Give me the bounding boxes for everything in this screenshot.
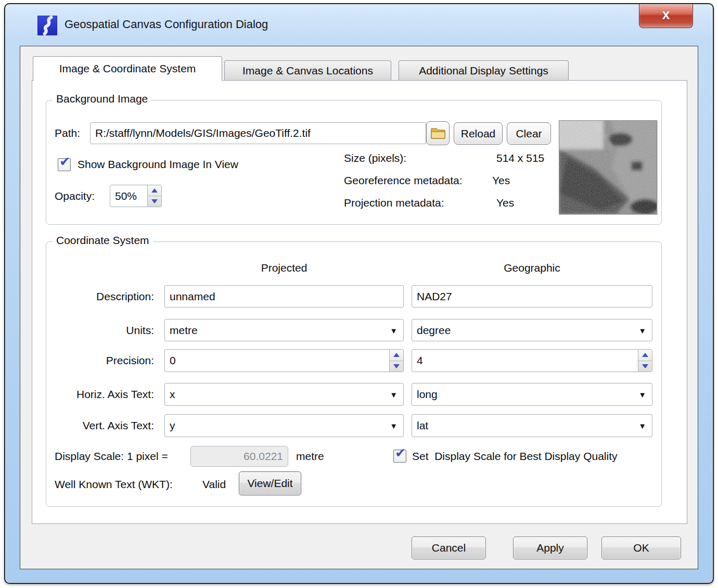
precision-geographic-value: 4 <box>417 354 423 367</box>
description-projected-input[interactable]: unnamed <box>164 285 404 308</box>
tab-image-coordinate-system[interactable]: Image & Coordinate System <box>33 56 222 81</box>
group-title: Coordinate System <box>53 234 153 247</box>
opacity-label: Opacity: <box>55 185 95 207</box>
display-scale-value: 60.0221 <box>243 450 283 463</box>
spin-down-button[interactable] <box>390 361 403 372</box>
tab-image-canvas-locations[interactable]: Image & Canvas Locations <box>224 60 391 80</box>
close-icon: x <box>662 8 670 22</box>
reload-button[interactable]: Reload <box>454 122 503 145</box>
ok-button[interactable]: OK <box>601 536 681 559</box>
path-input[interactable]: R:/staff/lynn/Models/GIS/Images/GeoTiff.… <box>90 122 426 144</box>
display-scale-label: Display Scale: 1 pixel = <box>55 445 168 467</box>
opacity-spin-buttons <box>147 185 161 207</box>
background-image-thumbnail <box>559 120 657 214</box>
units-projected-dropdown[interactable]: metre ▼ <box>164 319 404 341</box>
show-background-checkbox[interactable]: ✔ <box>58 158 71 171</box>
vert-axis-label: Vert. Axis Text: <box>46 414 154 437</box>
spinner-up-icon <box>642 353 648 357</box>
units-geographic-value: degree <box>417 324 451 337</box>
spinner-up-icon <box>151 188 158 193</box>
folder-icon <box>430 127 446 139</box>
precision-spin-buttons <box>389 350 403 372</box>
window-title: Geospatial Canvas Configuration Dialog <box>65 18 268 31</box>
tab-label: Image & Canvas Locations <box>242 65 373 77</box>
size-label: Size (pixels): <box>344 150 406 166</box>
wkt-label: Well Known Text (WKT): <box>55 472 173 496</box>
vert-axis-projected-dropdown[interactable]: y ▼ <box>164 414 404 437</box>
dropdown-arrow-icon: ▼ <box>638 326 646 335</box>
tab-label: Image & Coordinate System <box>59 62 196 75</box>
dialog-client-area: Image & Coordinate System Image & Canvas… <box>20 46 698 569</box>
horiz-axis-label: Horiz. Axis Text: <box>46 383 154 406</box>
spin-down-button[interactable] <box>638 361 652 372</box>
dropdown-arrow-icon: ▼ <box>638 390 646 399</box>
projected-column-header: Projected <box>164 262 404 274</box>
display-scale-unit: metre <box>296 445 324 467</box>
projection-label: Projection metadata: <box>344 195 444 211</box>
background-image-group: Background Image Path: R:/staff/lynn/Mod… <box>46 100 662 225</box>
dropdown-arrow-icon: ▼ <box>390 421 398 430</box>
tab-additional-display-settings[interactable]: Additional Display Settings <box>399 60 569 80</box>
horiz-axis-projected-dropdown[interactable]: x ▼ <box>164 383 404 406</box>
tab-page: Background Image Path: R:/staff/lynn/Mod… <box>32 80 687 524</box>
units-label: Units: <box>46 319 154 341</box>
precision-projected-spinner[interactable]: 0 <box>164 349 404 372</box>
georeference-label: Georeference metadata: <box>344 173 463 188</box>
spin-up-button[interactable] <box>148 185 161 196</box>
best-quality-label: Set Display Scale for Best Display Quali… <box>412 445 618 467</box>
screenshot-stage: Geospatial Canvas Configuration Dialog x… <box>0 0 718 588</box>
checkmark-icon: ✔ <box>59 155 70 168</box>
app-icon <box>37 16 57 35</box>
best-quality-checkbox[interactable]: ✔ <box>393 450 406 463</box>
spinner-down-icon <box>642 364 648 368</box>
opacity-value: 50% <box>115 190 137 202</box>
show-background-label: Show Background Image In View <box>78 157 238 172</box>
tab-label: Additional Display Settings <box>419 65 548 77</box>
clear-button[interactable]: Clear <box>507 122 551 145</box>
path-value: R:/staff/lynn/Models/GIS/Images/GeoTiff.… <box>95 127 311 139</box>
coordinate-system-group: Coordinate System Projected Geographic D… <box>46 241 662 507</box>
georeference-value: Yes <box>492 173 510 188</box>
spin-up-button[interactable] <box>390 350 403 361</box>
browse-button[interactable] <box>426 121 450 145</box>
horiz-axis-geographic-dropdown[interactable]: long ▼ <box>412 383 652 406</box>
close-button[interactable]: x <box>639 4 693 28</box>
geographic-column-header: Geographic <box>412 262 652 274</box>
spinner-up-icon <box>393 353 400 357</box>
size-value: 514 x 515 <box>496 150 544 166</box>
vert-axis-projected-value: y <box>170 419 175 432</box>
horiz-axis-projected-value: x <box>170 388 175 401</box>
opacity-spinner[interactable]: 50% <box>110 185 162 207</box>
spin-up-button[interactable] <box>638 350 652 361</box>
units-projected-value: metre <box>170 324 198 337</box>
display-scale-input: 60.0221 <box>190 446 288 467</box>
cancel-button[interactable]: Cancel <box>412 536 486 559</box>
spinner-down-icon <box>151 199 158 203</box>
projection-value: Yes <box>496 195 514 211</box>
group-title: Background Image <box>53 93 151 105</box>
checkmark-icon: ✔ <box>395 446 406 459</box>
dropdown-arrow-icon: ▼ <box>390 390 398 399</box>
vert-axis-geographic-value: lat <box>417 419 428 432</box>
description-projected-value: unnamed <box>170 290 215 303</box>
description-geographic-value: NAD27 <box>417 290 452 303</box>
horiz-axis-geographic-value: long <box>417 388 438 401</box>
dropdown-arrow-icon: ▼ <box>638 421 646 430</box>
spinner-down-icon <box>393 364 400 368</box>
wkt-status: Valid <box>202 472 226 496</box>
spin-down-button[interactable] <box>148 196 161 207</box>
precision-label: Precision: <box>46 349 154 372</box>
dialog-window: Geospatial Canvas Configuration Dialog x… <box>4 3 714 584</box>
units-geographic-dropdown[interactable]: degree ▼ <box>412 319 652 341</box>
wkt-view-edit-button[interactable]: View/Edit <box>239 471 301 495</box>
apply-button[interactable]: Apply <box>513 536 587 559</box>
vert-axis-geographic-dropdown[interactable]: lat ▼ <box>412 414 652 437</box>
precision-spin-buttons <box>638 350 652 372</box>
path-label: Path: <box>55 122 80 144</box>
description-label: Description: <box>46 285 154 308</box>
title-bar[interactable]: Geospatial Canvas Configuration Dialog x <box>5 4 713 46</box>
precision-geographic-spinner[interactable]: 4 <box>412 349 652 372</box>
dropdown-arrow-icon: ▼ <box>390 326 398 335</box>
precision-projected-value: 0 <box>170 354 176 367</box>
description-geographic-input[interactable]: NAD27 <box>412 285 652 308</box>
